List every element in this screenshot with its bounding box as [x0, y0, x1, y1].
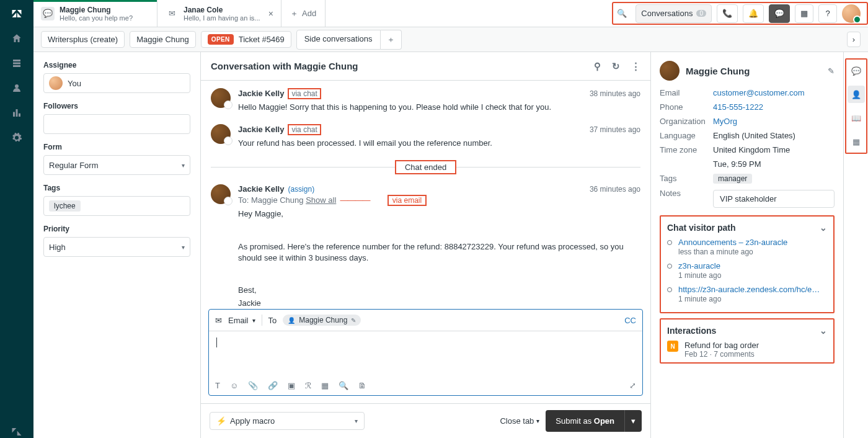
- profile-org[interactable]: MyOrg: [713, 117, 835, 126]
- compose-textarea[interactable]: [209, 331, 642, 376]
- form-value: Regular Form: [49, 161, 98, 170]
- profile-phone[interactable]: 415-555-1222: [713, 102, 835, 112]
- zendesk-logo-icon[interactable]: [11, 7, 23, 20]
- help-button[interactable]: ?: [818, 4, 837, 23]
- tags-label: Tags: [43, 184, 190, 192]
- tab-maggie[interactable]: 💬 Maggie Chung Hello, can you help me?: [33, 0, 157, 27]
- phone-button[interactable]: 📞: [717, 4, 738, 23]
- add-tab-button[interactable]: ＋ Add: [281, 0, 326, 27]
- followers-field[interactable]: [43, 114, 190, 134]
- apps-icon[interactable]: ▦: [848, 133, 865, 150]
- table-icon[interactable]: ▦: [321, 381, 329, 390]
- knowledge-icon[interactable]: 📖: [848, 109, 865, 127]
- pencil-icon[interactable]: ✎: [828, 66, 835, 76]
- chat-visitor-path-section: Chat visitor path ⌄ Announcements – z3n-…: [660, 215, 835, 313]
- path-item[interactable]: https://z3n-auracle.zendesk.com/hc/en...…: [667, 285, 827, 303]
- assignee-field[interactable]: You: [43, 73, 190, 93]
- compose-cc-link[interactable]: CC: [624, 316, 636, 325]
- avatar: [211, 184, 231, 204]
- avatar: [49, 76, 63, 90]
- filter-icon[interactable]: ⚲: [594, 61, 601, 72]
- apply-macro-select[interactable]: ⚡ Apply macro: [210, 412, 365, 430]
- chevron-right-icon: ›: [852, 35, 855, 44]
- close-icon[interactable]: ×: [268, 9, 273, 19]
- expand-icon[interactable]: ⤢: [629, 381, 636, 390]
- notes-input[interactable]: VIP stakeholder: [713, 190, 835, 208]
- breadcrumb-ticket[interactable]: OPEN Ticket #5469: [201, 31, 291, 48]
- notifications-button[interactable]: 🔔: [743, 4, 764, 23]
- home-icon[interactable]: [11, 32, 23, 45]
- close-tab-button[interactable]: Close tab ▾: [500, 416, 539, 426]
- section-title: Interactions: [667, 326, 716, 336]
- me-avatar[interactable]: [842, 4, 861, 23]
- pencil-icon[interactable]: ✎: [351, 317, 356, 324]
- path-item[interactable]: Announcements – z3n-auracle less than a …: [667, 238, 827, 256]
- text-format-icon[interactable]: T: [215, 381, 220, 390]
- interactions-section: Interactions ⌄ N Refund for bag order Fe…: [660, 318, 835, 364]
- compose-to-chip[interactable]: 👤 Maggie Chung ✎: [283, 315, 361, 326]
- conversation-panel: Conversation with Maggie Chung ⚲ ↻ ⋮ Jac…: [201, 52, 651, 438]
- submit-button[interactable]: Submit as Open: [546, 410, 624, 432]
- history-icon[interactable]: ↻: [612, 61, 620, 72]
- chat-availability-button[interactable]: 💬: [769, 4, 790, 23]
- views-icon[interactable]: [11, 57, 23, 69]
- show-all-link[interactable]: Show all: [306, 195, 336, 205]
- link-icon[interactable]: 🔗: [268, 381, 278, 390]
- via-chat-annotation: via chat: [288, 88, 321, 99]
- plus-icon[interactable]: ＋: [381, 30, 402, 50]
- chevron-down-icon[interactable]: ⌄: [820, 223, 827, 233]
- conversation-context-icon[interactable]: 💬: [848, 62, 865, 79]
- apps-button[interactable]: ▦: [795, 4, 813, 23]
- help-icon: ?: [825, 9, 830, 18]
- more-icon[interactable]: ⋮: [631, 61, 640, 72]
- compose-to-label: To: [268, 316, 277, 325]
- snippet-icon[interactable]: ℛ: [305, 381, 311, 390]
- compose-channel-select[interactable]: Email ▾: [228, 316, 255, 325]
- person-icon: 👤: [288, 317, 295, 324]
- side-conversations-button[interactable]: Side conversations ＋: [296, 30, 402, 50]
- profile-email[interactable]: customer@customer.com: [713, 88, 835, 97]
- customers-icon[interactable]: [11, 82, 23, 94]
- emoji-icon[interactable]: ☺: [230, 381, 238, 390]
- message-text: Hello Maggie! Sorry that this is happeni…: [238, 102, 640, 113]
- template-icon[interactable]: 🗎: [358, 381, 366, 390]
- app-nav-rail: [0, 0, 33, 438]
- tags-field[interactable]: lychee: [43, 196, 190, 216]
- form-select[interactable]: Regular Form: [43, 155, 190, 175]
- submit-dropdown[interactable]: ▾: [624, 410, 642, 432]
- path-item[interactable]: z3n-auracle 1 minute ago: [667, 261, 827, 280]
- tag-chip[interactable]: lychee: [49, 200, 81, 212]
- user-context-icon[interactable]: 👤: [848, 86, 865, 103]
- chat-message: Jackie Kelly via chat 38 minutes ago Hel…: [211, 88, 640, 113]
- image-icon[interactable]: ▣: [288, 381, 295, 390]
- tab-janae[interactable]: ✉ Janae Cole Hello, I am having an is...…: [157, 0, 281, 27]
- next-ticket-button[interactable]: ›: [847, 32, 861, 47]
- via-chat-annotation: via chat: [288, 124, 321, 135]
- followers-label: Followers: [43, 102, 190, 110]
- search-icon[interactable]: 🔍: [339, 381, 348, 390]
- conversation-title: Conversation with Maggie Chung: [211, 61, 358, 71]
- via-email-annotation: via email: [388, 195, 427, 206]
- interaction-item[interactable]: N Refund for bag order Feb 12 · 7 commen…: [667, 341, 827, 359]
- tab-subtitle: Hello, can you help me?: [60, 14, 133, 22]
- conversations-button[interactable]: Conversations 0: [636, 4, 712, 23]
- interaction-title: Refund for bag order: [684, 341, 759, 350]
- admin-icon[interactable]: [11, 132, 23, 144]
- breadcrumb-org[interactable]: Writersplus (create): [41, 31, 125, 48]
- search-icon[interactable]: 🔍: [613, 9, 631, 18]
- dot-icon: [667, 287, 672, 292]
- email-message: Jackie Kelly (assign) 36 minutes ago To:…: [211, 184, 640, 309]
- compose-box: ✉ Email ▾ To 👤 Maggie Chung ✎ CC: [208, 309, 643, 396]
- breadcrumb-user[interactable]: Maggie Chung: [130, 31, 196, 48]
- tab-subtitle: Hello, I am having an is...: [184, 14, 260, 22]
- form-label: Form: [43, 143, 190, 151]
- zendesk-glyph-icon[interactable]: [11, 426, 23, 438]
- profile-tag[interactable]: manager: [713, 174, 752, 184]
- email-body: Hey Maggie, As promised. Here's the refe…: [238, 208, 640, 308]
- attachment-icon[interactable]: 📎: [248, 381, 258, 390]
- assign-link[interactable]: (assign): [288, 185, 314, 194]
- chevron-down-icon[interactable]: ⌄: [820, 326, 827, 336]
- dot-icon: [667, 264, 672, 269]
- reporting-icon[interactable]: [11, 107, 23, 119]
- priority-select[interactable]: High: [43, 237, 190, 257]
